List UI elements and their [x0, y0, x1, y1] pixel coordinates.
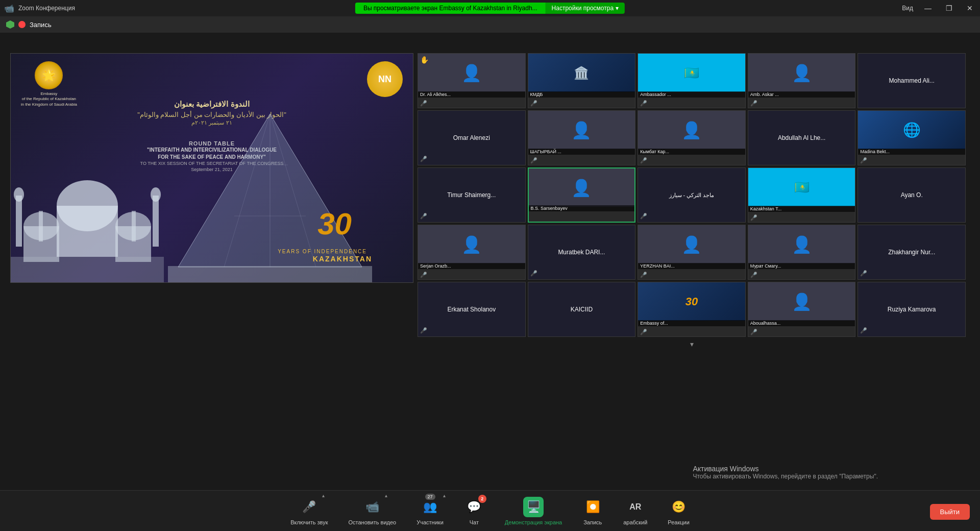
- shield-icon: [6, 20, 14, 29]
- participants-button[interactable]: 👥 27 ▴ Участники: [416, 497, 444, 525]
- app-icon: 📹: [4, 4, 14, 13]
- participant-name: Mohammed Ali...: [885, 73, 939, 88]
- participant-video: 🇰🇿: [748, 168, 855, 206]
- video-icon[interactable]: 📹 ▴: [362, 497, 382, 517]
- participant-name: Erkanat Sholanov: [443, 302, 500, 317]
- mic-off-icon: 🎤: [640, 272, 647, 278]
- mic-off-icon: 🎤: [530, 157, 537, 164]
- close-button[interactable]: ✕: [964, 3, 976, 13]
- record-button[interactable]: ⏺️ Запись: [582, 497, 603, 525]
- titlebar: 📹 Zoom Конференция Вы просматриваете экр…: [0, 0, 980, 16]
- mic-off-icon: 🎤: [860, 327, 867, 333]
- svg-point-14: [14, 187, 24, 202]
- record-label: Запись: [583, 519, 602, 525]
- screen-share-button[interactable]: 🖥️ Демонстрация экрана: [505, 497, 562, 525]
- participant-video: 👤: [529, 168, 635, 207]
- reactions-button[interactable]: 😊 Реакции: [668, 497, 690, 525]
- main-content: 🌟 Embassy of the Republic of Kazakhstan …: [0, 33, 980, 490]
- participant-name: Timur Shaimerg...: [443, 187, 500, 203]
- mic-off-icon: 🎤: [420, 327, 427, 333]
- participant-tile: Zhakhangir Nur... 🎤: [857, 225, 966, 280]
- chevron-down-icon: ▾: [616, 5, 619, 12]
- titlebar-controls: Вид — ❒ ✕: [902, 3, 976, 13]
- participant-video: 👤: [638, 111, 745, 149]
- chat-icon[interactable]: 💬 2: [464, 497, 484, 517]
- participant-tile: 👤 Amb. Askar ... 🎤: [748, 53, 856, 108]
- view-settings-button[interactable]: Настройки просмотра ▾: [546, 3, 625, 14]
- participant-icons: 🎤: [640, 157, 647, 164]
- participant-tile: Ruziya Kamarova 🎤: [857, 282, 966, 337]
- svg-rect-19: [11, 257, 164, 282]
- participant-name: Мурат Смагу...: [748, 263, 855, 269]
- reactions-icon[interactable]: 😊: [669, 497, 689, 517]
- titlebar-title: Zoom Конференция: [18, 5, 75, 12]
- mic-icon[interactable]: 🎤 ▴: [299, 497, 320, 517]
- ar-button[interactable]: AR арабский: [623, 497, 647, 525]
- participant-name: Ruziya Kamarova: [884, 302, 940, 317]
- svg-rect-18: [132, 211, 136, 242]
- mosque-visual: [11, 155, 164, 282]
- titlebar-left: 📹 Zoom Конференция: [4, 4, 75, 13]
- participant-icons: 🎤: [750, 329, 757, 335]
- anniversary-number: 30: [317, 206, 352, 242]
- scroll-down-button[interactable]: ▾: [418, 339, 966, 349]
- chat-badge: 2: [478, 495, 486, 503]
- svg-rect-17: [39, 211, 43, 242]
- chat-button[interactable]: 💬 2 Чат: [464, 497, 484, 525]
- minimize-button[interactable]: —: [921, 3, 935, 13]
- screen-share-banner: Вы просматриваете экран Embassy of Kazak…: [355, 3, 546, 14]
- recording-indicator: [18, 21, 26, 28]
- participant-name: ماجد التركي - سيارز: [665, 188, 719, 203]
- participant-icons: 🎤: [640, 272, 647, 278]
- activation-subtitle: Чтобы активировать Windows, перейдите в …: [693, 473, 878, 480]
- screen-share-label: Демонстрация экрана: [505, 519, 562, 525]
- participant-video: 30: [638, 282, 745, 321]
- participant-video: 👤: [748, 282, 855, 321]
- participants-chevron-icon[interactable]: ▴: [443, 493, 446, 498]
- ar-icon[interactable]: AR: [625, 497, 646, 517]
- video-chevron-icon[interactable]: ▴: [385, 493, 387, 498]
- participants-icon[interactable]: 👥 27 ▴: [420, 497, 440, 517]
- participant-tile: 👤 Мурат Смагу... 🎤: [748, 225, 856, 280]
- participant-tile-active: 👤 B.S. Sarsenbayev: [528, 167, 636, 223]
- shared-screen: 🌟 Embassy of the Republic of Kazakhstan …: [10, 53, 413, 283]
- video-label: Остановить видео: [349, 519, 397, 525]
- participant-tile: 👤 Кымбат Кар... 🎤: [638, 110, 746, 165]
- participant-name: Madina Bekt...: [858, 149, 965, 155]
- participant-tile: 🇰🇿 Ambassador ... 🎤: [638, 53, 746, 108]
- slide-content: 🌟 Embassy of the Republic of Kazakhstan …: [11, 54, 413, 282]
- mic-off-icon: 🎤: [530, 100, 537, 107]
- participant-tile: 👤 ШАГЫРБАЙ ... 🎤: [528, 110, 636, 165]
- svg-point-16: [151, 187, 161, 202]
- participant-name: Amb. Askar ...: [748, 91, 855, 98]
- exit-button[interactable]: Выйти: [930, 504, 970, 520]
- participant-tile: 👤 Aboualhassa... 🎤: [748, 282, 856, 337]
- participant-icons: 🎤: [640, 100, 647, 107]
- participant-video: 🌐: [858, 111, 965, 149]
- video-button[interactable]: 📹 ▴ Остановить видео: [349, 497, 397, 525]
- participant-name: B.S. Sarsenbayev: [529, 205, 635, 211]
- participant-tile: Muratbek DARI... 🎤: [528, 225, 636, 280]
- participant-name: Serjan Orazb...: [418, 263, 525, 269]
- mic-off-icon: 🎤: [750, 214, 757, 221]
- reactions-label: Реакции: [668, 519, 690, 525]
- mic-chevron-icon[interactable]: ▴: [322, 493, 325, 498]
- mic-off-icon: 🎤: [750, 329, 757, 335]
- participant-name: YERZHAN BAI...: [638, 263, 745, 269]
- participant-tile: Ayan O.: [857, 167, 966, 223]
- participant-name: Aboualhassa...: [748, 320, 855, 326]
- mic-off-icon: 🎤: [420, 213, 427, 219]
- participant-tile: Omar Alenezi 🎤: [418, 110, 526, 165]
- mic-off-icon: 🎤: [860, 270, 867, 276]
- maximize-button[interactable]: ❒: [943, 3, 955, 13]
- mic-button[interactable]: 🎤 ▴ Включить звук: [290, 497, 328, 525]
- participant-name: Muratbek DARI...: [554, 245, 609, 260]
- screen-share-icon[interactable]: 🖥️: [523, 497, 544, 517]
- participant-name: КМДБ: [528, 91, 635, 98]
- participant-tile: Abdullah Al Lhe...: [748, 110, 856, 165]
- participant-icons: 🎤: [530, 100, 537, 107]
- mic-off-icon: 🎤: [640, 329, 647, 335]
- participant-tile: 🏛️ КМДБ 🎤: [528, 53, 636, 108]
- record-icon[interactable]: ⏺️: [582, 497, 603, 517]
- participant-video: 👤: [418, 225, 525, 263]
